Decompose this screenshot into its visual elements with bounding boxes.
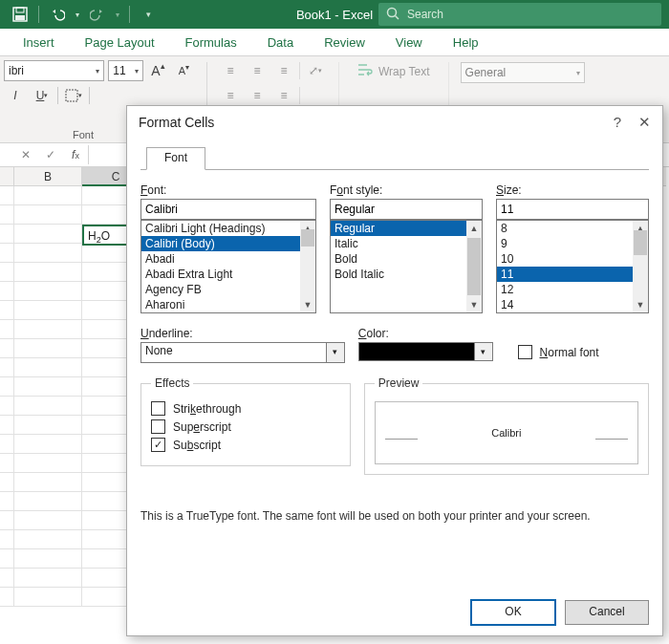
redo-icon[interactable] <box>85 3 110 26</box>
tab-data[interactable]: Data <box>254 30 307 55</box>
orientation-icon[interactable]: ⤢▾ <box>304 60 327 81</box>
list-item[interactable]: Agency FB <box>141 282 315 297</box>
help-icon[interactable]: ? <box>614 114 621 131</box>
font-input[interactable] <box>140 199 316 220</box>
font-style-label: Font style: <box>330 183 483 197</box>
increase-font-icon[interactable]: A▴ <box>147 60 169 81</box>
font-group-label: Font <box>73 129 94 140</box>
size-listbox[interactable]: 8 9 10 11 12 14 ▲▼ <box>496 220 649 313</box>
list-item[interactable]: 8 <box>497 221 648 236</box>
font-size-value: 11 <box>113 64 125 77</box>
italic-button[interactable]: I <box>4 85 27 106</box>
preview-text: Calibri <box>491 427 521 439</box>
preview-legend: Preview <box>375 376 423 390</box>
size-input[interactable] <box>496 199 649 220</box>
align-middle-icon[interactable]: ≡ <box>246 60 269 81</box>
list-item[interactable]: 12 <box>497 282 648 297</box>
list-item[interactable]: Abadi <box>141 251 315 267</box>
list-item[interactable]: Bold Italic <box>331 267 482 282</box>
dialog-footnote: This is a TrueType font. The same font w… <box>140 509 649 523</box>
preview-box: Calibri <box>375 401 638 464</box>
tab-view[interactable]: View <box>382 30 436 55</box>
tab-review[interactable]: Review <box>311 30 378 55</box>
font-listbox[interactable]: Calibri Light (Headings) Calibri (Body) … <box>140 220 316 313</box>
scrollbar[interactable]: ▲▼ <box>466 221 482 312</box>
borders-button[interactable]: ▾ <box>62 85 85 106</box>
undo-icon[interactable] <box>45 3 70 26</box>
tab-help[interactable]: Help <box>440 30 492 55</box>
undo-dropdown-icon[interactable]: ▾ <box>72 3 83 26</box>
scroll-down-icon[interactable]: ▼ <box>470 297 479 312</box>
superscript-label: Superscript <box>173 420 231 434</box>
align-top-icon[interactable]: ≡ <box>219 60 242 81</box>
list-item[interactable]: 10 <box>497 251 648 267</box>
subscript-checkbox[interactable]: ✓Subscript <box>151 438 340 452</box>
close-icon[interactable]: ✕ <box>638 114 651 131</box>
list-item[interactable]: 11 <box>497 267 648 282</box>
underline-dropdown[interactable]: None ▾ <box>140 342 345 363</box>
font-style-listbox[interactable]: Regular Italic Bold Bold Italic ▲▼ <box>330 220 483 313</box>
list-item[interactable]: Calibri Light (Headings) <box>141 221 315 236</box>
checkbox-icon <box>518 345 532 359</box>
list-item[interactable]: Abadi Extra Light <box>141 267 315 282</box>
enter-entry-icon[interactable]: ✓ <box>38 148 63 161</box>
scroll-down-icon[interactable]: ▼ <box>304 297 313 312</box>
dialog-tab-font[interactable]: Font <box>146 147 205 170</box>
column-header-b[interactable]: B <box>14 167 82 186</box>
scrollbar[interactable]: ▲▼ <box>300 221 315 312</box>
wrap-text-icon <box>357 63 373 79</box>
list-item[interactable]: Regular <box>331 221 482 236</box>
tab-insert[interactable]: Insert <box>10 30 68 55</box>
align-center-icon[interactable]: ≡ <box>246 85 269 106</box>
fx-icon[interactable]: fx <box>63 148 88 161</box>
chevron-down-icon[interactable]: ▾ <box>475 342 493 361</box>
list-item[interactable]: Italic <box>331 236 482 251</box>
qat-customize-icon[interactable]: ▾ <box>136 3 161 26</box>
redo-dropdown-icon[interactable]: ▾ <box>112 3 123 26</box>
tab-formulas[interactable]: Formulas <box>172 30 250 55</box>
subscript-label: Subscript <box>173 439 221 452</box>
font-size-combo[interactable]: 11▾ <box>108 60 143 81</box>
list-item[interactable]: Aharoni <box>141 297 315 312</box>
cancel-entry-icon[interactable]: ✕ <box>13 148 38 161</box>
wrap-text-button[interactable]: Wrap Text <box>351 60 437 82</box>
list-item[interactable]: 9 <box>497 236 648 251</box>
decrease-font-icon[interactable]: A▾ <box>173 60 195 81</box>
preview-group: Preview Calibri <box>364 376 649 475</box>
tab-page-layout[interactable]: Page Layout <box>72 30 168 55</box>
scroll-down-icon[interactable]: ▼ <box>637 297 645 312</box>
list-item[interactable]: Calibri (Body) <box>141 236 315 251</box>
number-format-combo[interactable]: General▾ <box>461 62 585 83</box>
scrollbar[interactable]: ▲▼ <box>633 221 648 312</box>
normal-font-checkbox[interactable]: Normal font <box>518 345 649 359</box>
list-item[interactable]: Bold <box>331 251 482 267</box>
font-style-input[interactable] <box>330 199 483 220</box>
align-right-icon[interactable]: ≡ <box>272 85 295 106</box>
font-label: Font: <box>140 183 316 197</box>
color-label: Color: <box>358 327 505 340</box>
align-bottom-icon[interactable]: ≡ <box>272 60 295 81</box>
superscript-checkbox[interactable]: Superscript <box>151 419 340 434</box>
effects-group: Effects Strikethrough Superscript ✓Subsc… <box>140 376 351 466</box>
save-icon[interactable] <box>8 3 32 26</box>
search-placeholder: Search <box>407 8 443 21</box>
svg-rect-5 <box>66 90 77 101</box>
cell-c3-text2: O <box>101 229 110 243</box>
svg-line-4 <box>396 15 399 19</box>
checkbox-icon <box>151 419 165 434</box>
list-item[interactable]: 14 <box>497 297 648 312</box>
font-name-combo[interactable]: ibri▾ <box>4 60 104 81</box>
underline-button[interactable]: U ▾ <box>31 85 54 106</box>
cancel-button[interactable]: Cancel <box>565 600 649 607</box>
search-box[interactable]: Search <box>378 3 661 26</box>
align-left-icon[interactable]: ≡ <box>219 85 242 106</box>
color-dropdown[interactable]: ▾ <box>358 342 505 361</box>
strikethrough-checkbox[interactable]: Strikethrough <box>151 401 340 416</box>
ok-button[interactable]: OK <box>471 600 555 607</box>
chevron-down-icon[interactable]: ▾ <box>327 342 345 363</box>
ribbon-tabs: Insert Page Layout Formulas Data Review … <box>0 29 669 56</box>
svg-point-3 <box>388 8 397 16</box>
wrap-text-label: Wrap Text <box>378 65 430 78</box>
underline-value: None <box>140 342 327 363</box>
scroll-up-icon[interactable]: ▲ <box>470 221 479 236</box>
